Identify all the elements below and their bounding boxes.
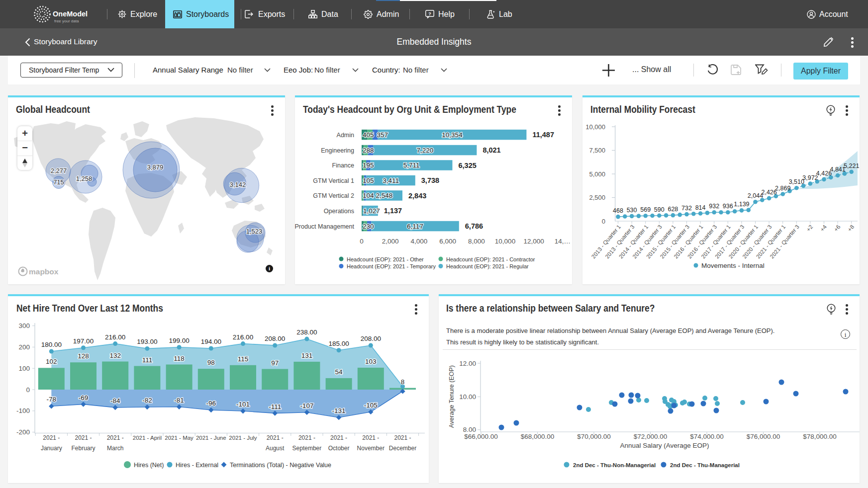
svg-text:8.00: 8.00 (463, 426, 476, 433)
svg-text:Hires (Net): Hires (Net) (134, 462, 164, 469)
svg-text:-78: -78 (47, 396, 57, 403)
svg-text:104: 104 (363, 192, 374, 199)
svg-text:5,711: 5,711 (403, 162, 420, 169)
svg-text:12,000: 12,000 (524, 238, 544, 245)
svg-text:$70,000.00: $70,000.00 (577, 433, 611, 440)
svg-text:715: 715 (53, 178, 64, 186)
svg-text:-101: -101 (236, 401, 250, 408)
svg-text:Terminations (Total) - Negativ: Terminations (Total) - Negative Value (230, 462, 331, 469)
svg-text:-100: -100 (16, 407, 30, 414)
svg-text:Movements - Internal: Movements - Internal (701, 262, 765, 269)
svg-text:8: 8 (401, 378, 405, 386)
svg-text:3,738: 3,738 (421, 176, 439, 184)
svg-text:11,487: 11,487 (532, 131, 554, 139)
svg-text:3,142: 3,142 (230, 181, 246, 188)
svg-text:0: 0 (360, 238, 364, 245)
svg-text:115: 115 (238, 355, 249, 363)
svg-text:2021 -: 2021 - (298, 434, 315, 441)
svg-text:1,139: 1,139 (734, 201, 749, 208)
svg-text:932: 932 (709, 203, 719, 210)
svg-text:10,354: 10,354 (442, 131, 463, 139)
svg-text:100: 100 (18, 365, 30, 372)
svg-text:GTM Vertical 1: GTM Vertical 1 (313, 177, 354, 184)
svg-text:mapbox: mapbox (29, 267, 59, 276)
svg-text:216.00: 216.00 (105, 333, 125, 341)
svg-text:180.00: 180.00 (41, 341, 62, 348)
svg-text:0: 0 (602, 218, 605, 225)
svg-text:300: 300 (18, 322, 30, 329)
svg-text:131: 131 (301, 352, 313, 359)
svg-text:2021 -: 2021 - (394, 434, 411, 441)
svg-text:-107: -107 (300, 402, 313, 409)
svg-text:102: 102 (46, 358, 57, 365)
svg-text:14,…: 14,… (555, 238, 571, 245)
svg-text:2,000: 2,000 (382, 238, 399, 245)
svg-text:54: 54 (335, 368, 343, 376)
svg-text:-105: -105 (364, 402, 378, 409)
svg-text:569: 569 (640, 206, 651, 213)
svg-text:2021 - July: 2021 - July (229, 435, 257, 441)
svg-text:0: 0 (26, 386, 30, 394)
svg-text:$76,000.00: $76,000.00 (747, 433, 780, 440)
svg-text:Product Management: Product Management (295, 223, 355, 230)
svg-text:97: 97 (271, 359, 279, 367)
svg-text:10.00: 10.00 (459, 393, 476, 401)
svg-text:+4: +4 (819, 224, 828, 233)
svg-text:2021 -: 2021 - (267, 434, 284, 441)
svg-text:-81: -81 (174, 397, 184, 404)
svg-text:10,000: 10,000 (585, 123, 605, 131)
svg-text:GTM Vertical 2: GTM Vertical 2 (313, 192, 354, 199)
svg-text:208.00: 208.00 (361, 335, 381, 342)
svg-text:-69: -69 (79, 394, 89, 402)
svg-text:6,786: 6,786 (465, 222, 483, 230)
svg-text:Admin: Admin (337, 132, 354, 139)
svg-text:$74,000.00: $74,000.00 (690, 433, 724, 440)
svg-text:199.00: 199.00 (169, 337, 189, 344)
svg-text:$66,000.00: $66,000.00 (464, 433, 498, 440)
svg-text:405: 405 (363, 131, 374, 139)
svg-text:2nd Dec - Thu-Managerial: 2nd Dec - Thu-Managerial (670, 462, 740, 468)
svg-text:-82: -82 (142, 397, 152, 404)
svg-text:814: 814 (695, 204, 706, 211)
svg-text:4,000: 4,000 (411, 238, 428, 245)
svg-text:Headcount (EOP): 2021 - Contra: Headcount (EOP): 2021 - Contractor (446, 256, 535, 262)
svg-text:December: December (389, 445, 416, 452)
svg-text:128: 128 (78, 352, 89, 360)
svg-text:590: 590 (654, 206, 665, 213)
svg-text:Headcount (EOP): 2021 - Tempor: Headcount (EOP): 2021 - Temporary (347, 263, 436, 269)
svg-text:111: 111 (142, 356, 153, 364)
svg-text:5,221: 5,221 (844, 163, 859, 169)
svg-text:288: 288 (363, 147, 374, 154)
svg-text:September: September (292, 445, 322, 452)
svg-text:118: 118 (174, 355, 185, 362)
svg-text:-84: -84 (110, 397, 120, 405)
svg-text:1,258: 1,258 (76, 175, 93, 182)
svg-text:1,027: 1,027 (363, 207, 380, 215)
svg-text:January: January (41, 445, 62, 452)
svg-text:105: 105 (363, 177, 374, 184)
svg-text:1,523: 1,523 (246, 228, 263, 235)
svg-text:-131: -131 (332, 407, 346, 414)
svg-text:194.00: 194.00 (201, 338, 221, 345)
svg-text:8,000: 8,000 (468, 238, 485, 245)
svg-text:2021 - April: 2021 - April (133, 435, 162, 441)
svg-text:3,411: 3,411 (383, 177, 399, 184)
svg-text:Annual Salary (Average EOP): Annual Salary (Average EOP) (620, 442, 709, 449)
svg-text:628: 628 (668, 206, 678, 213)
svg-text:12.00: 12.00 (459, 360, 476, 367)
svg-text:732: 732 (681, 205, 692, 212)
svg-text:2021 -: 2021 - (330, 434, 347, 441)
svg-text:October: October (328, 445, 350, 452)
svg-text:3,879: 3,879 (147, 163, 164, 171)
svg-text:7,220: 7,220 (416, 147, 433, 154)
svg-text:2,869: 2,869 (775, 185, 790, 192)
svg-text:195: 195 (363, 162, 374, 169)
svg-text:468: 468 (613, 207, 623, 214)
svg-text:1,137: 1,137 (384, 207, 402, 215)
svg-text:208.00: 208.00 (265, 335, 285, 342)
svg-text:2021 - May: 2021 - May (165, 435, 193, 441)
svg-text:$68,000.00: $68,000.00 (521, 433, 555, 440)
svg-text:216.00: 216.00 (233, 333, 253, 341)
svg-text:-200: -200 (16, 428, 30, 436)
svg-text:Headcount (EOP): 2021 - Other: Headcount (EOP): 2021 - Other (347, 256, 424, 262)
